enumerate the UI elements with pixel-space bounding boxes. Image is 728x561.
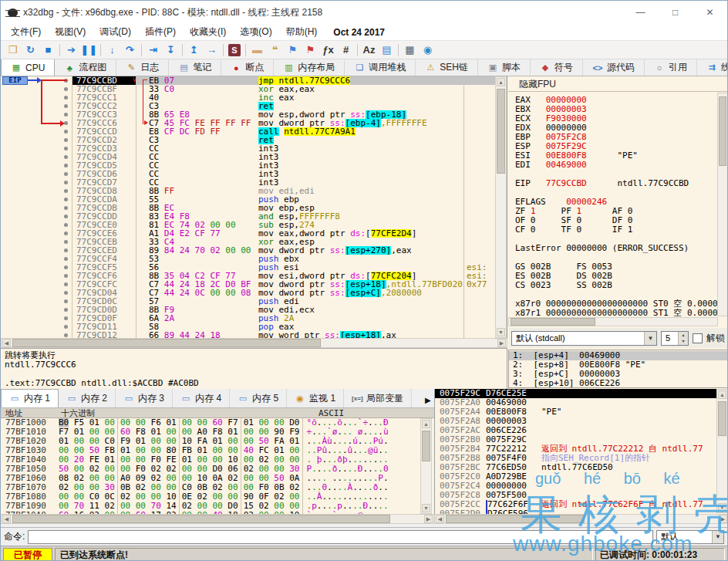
strings-icon[interactable]: Az — [360, 42, 378, 58]
trace-over-icon[interactable]: ↧ — [162, 42, 180, 58]
disasm-row[interactable]: 77C9CCD2C3ret — [1, 136, 495, 144]
scroll-down-arrow[interactable]: ▼ — [497, 328, 505, 336]
scroll-up-arrow[interactable]: ▲ — [497, 78, 505, 86]
breakpoint-dot-icon[interactable] — [64, 240, 68, 244]
breakpoint-dot-icon[interactable] — [64, 299, 68, 303]
disasm-row[interactable]: 77C9CCC6C7 45 FC FE FF FF FFmov dword pt… — [1, 119, 495, 127]
breakpoint-gutter[interactable] — [1, 289, 72, 297]
breakpoint-gutter[interactable] — [1, 110, 72, 119]
breakpoint-dot-icon[interactable] — [64, 333, 68, 337]
hash-icon[interactable]: # — [337, 42, 355, 58]
menu-item[interactable]: 插件(P) — [138, 25, 183, 39]
breakpoint-gutter[interactable] — [1, 229, 72, 238]
register-line[interactable] — [515, 253, 717, 262]
functions-icon[interactable]: ƒx — [319, 42, 337, 58]
step-out-icon[interactable]: ↥ — [185, 42, 203, 58]
comments-icon[interactable]: ❝ — [266, 42, 284, 58]
dump-hscrollbar[interactable]: ◀ ▶ — [1, 514, 434, 524]
disasm-row[interactable]: 77C9CCBF33 C0xor eax,eax — [1, 85, 495, 93]
register-line[interactable]: GS 002B FS 0053 — [515, 262, 717, 272]
breakpoint-dot-icon[interactable] — [64, 164, 68, 167]
run-to-user-code-icon[interactable]: → — [203, 42, 221, 58]
breakpoint-dot-icon[interactable] — [64, 147, 68, 150]
menu-item[interactable]: 视图(V) — [48, 25, 93, 39]
tab-memory-3[interactable]: ▭内存 3 — [116, 389, 173, 407]
breakpoint-dot-icon[interactable] — [64, 181, 68, 184]
handles-icon[interactable]: ▤ — [378, 42, 396, 58]
breakpoint-gutter[interactable] — [1, 323, 72, 331]
bookmarks-icon[interactable]: ⚑ — [302, 42, 319, 58]
tab-cpu[interactable]: ▦CPU — [1, 59, 55, 76]
disasm-row[interactable]: 77C9CD0F6A 2Apush 2A — [1, 314, 495, 323]
register-line[interactable]: EAX 00000000 — [515, 96, 717, 105]
register-line[interactable]: ZF 1 PF 1 AF 0 — [515, 207, 717, 216]
scroll-right-arrow[interactable]: ▶ — [497, 339, 506, 347]
maximize-button[interactable]: □ — [658, 1, 693, 24]
globe-icon[interactable]: ◉ — [419, 42, 436, 58]
breakpoint-dot-icon[interactable] — [64, 189, 68, 193]
scroll-left-arrow[interactable]: ◀ — [2, 515, 11, 523]
registers-pane[interactable]: 隐藏FPU EAX 00000000EBX 00000003ECX F90300… — [507, 76, 728, 389]
tab-graph[interactable]: ♣流程图 — [55, 59, 116, 76]
tab-references[interactable]: ○引用 — [645, 59, 697, 76]
breakpoint-dot-icon[interactable] — [64, 231, 68, 235]
disasm-hscrollbar[interactable]: ◀ ▶ — [1, 338, 507, 348]
disasm-row[interactable]: 77C9CD0C57push edi — [1, 297, 495, 306]
disasm-row[interactable]: 77C9CCCDE8 CF DC FD FFcall ntdll.77C7A9A… — [1, 127, 495, 136]
breakpoint-dot-icon[interactable] — [64, 308, 68, 312]
disasm-row[interactable]: 77C9CCD88B FFmov edi,edi — [1, 187, 495, 195]
tab-call-stack[interactable]: ❏调用堆栈 — [345, 59, 416, 76]
breakpoint-gutter[interactable] — [1, 102, 72, 110]
disasm-row[interactable]: 77C9CCBDEB 07jmp ntdll.77C9CCC6 — [1, 76, 495, 85]
pause-icon[interactable]: ❚❚ — [80, 42, 98, 58]
tab-script[interactable]: ▣脚本 — [478, 59, 531, 76]
breakpoint-dot-icon[interactable] — [64, 155, 68, 159]
breakpoint-gutter[interactable] — [1, 204, 72, 212]
breakpoint-gutter[interactable] — [1, 127, 72, 136]
spinner-arrows-icon[interactable]: ▴▾ — [678, 332, 688, 345]
breakpoint-dot-icon[interactable] — [64, 265, 68, 269]
register-line[interactable]: ESP 0075F29C — [515, 142, 717, 151]
disasm-row[interactable]: 77C9CCD4CCint3 — [1, 153, 495, 161]
register-line[interactable] — [515, 235, 717, 244]
labels-icon[interactable]: ⚑ — [284, 42, 302, 58]
breakpoint-gutter[interactable] — [1, 221, 72, 229]
disasm-row[interactable]: 77C9CD1266 89 44 24 18mov word ptr ss:[e… — [1, 331, 495, 338]
settings-icon[interactable]: S — [228, 44, 241, 56]
arguments-list[interactable]: 1: [esp+4] 004690002: [esp+8] 00E800F8 "… — [508, 350, 728, 388]
tab-memory-map[interactable]: ▥内存布局 — [274, 59, 345, 76]
breakpoint-dot-icon[interactable] — [64, 206, 68, 210]
breakpoint-gutter[interactable] — [1, 238, 72, 246]
register-line[interactable]: EFLAGS 00000246 — [515, 198, 717, 207]
breakpoint-gutter[interactable] — [1, 93, 72, 102]
scroll-thumb[interactable] — [497, 89, 505, 174]
tab-breakpoints[interactable]: ●断点 — [221, 59, 274, 76]
disasm-row[interactable]: 77C9CCE6A1 D4 E2 CF 77mov eax,dword ptr … — [1, 229, 495, 238]
disasm-row[interactable]: 77C9CCD6CCint3 — [1, 170, 495, 178]
close-button[interactable]: ✕ — [693, 1, 727, 24]
breakpoint-dot-icon[interactable] — [64, 248, 68, 252]
tab-memory-4[interactable]: ▭内存 4 — [173, 389, 230, 407]
breakpoint-gutter[interactable] — [1, 255, 72, 263]
register-line[interactable] — [515, 290, 717, 299]
register-line[interactable]: ES 002B DS 002B — [515, 272, 717, 281]
register-line[interactable]: CS 0023 SS 002B — [515, 281, 717, 290]
disasm-vscrollbar[interactable]: ▲ ▼ — [495, 76, 507, 338]
disasm-row[interactable]: 77C9CCD7CCint3 — [1, 178, 495, 187]
calculator-icon[interactable]: ▦ — [401, 42, 419, 58]
disasm-row[interactable]: 77C9CCC38B 65 E8mov esp,dword ptr ss:[eb… — [1, 110, 495, 119]
calling-convention-select[interactable]: 默认 (stdcall) ▼ — [511, 331, 657, 346]
hide-fpu-button[interactable]: 隐藏FPU — [508, 76, 728, 92]
breakpoint-dot-icon[interactable] — [64, 130, 68, 133]
unlock-checkbox[interactable] — [693, 333, 703, 343]
breakpoint-dot-icon[interactable] — [64, 223, 68, 227]
disassembly-pane[interactable]: 77C9CCBDEB 07jmp ntdll.77C9CCC677C9CCBF3… — [1, 76, 507, 338]
tab-locals[interactable]: [x=]局部变量 — [344, 389, 412, 407]
disasm-row[interactable]: 77C9CD1158pop eax — [1, 323, 495, 331]
breakpoint-gutter[interactable] — [1, 178, 72, 187]
breakpoint-gutter[interactable] — [1, 195, 72, 204]
disasm-row[interactable]: 77C9CCED89 84 24 70 02 00 00mov dword pt… — [1, 246, 495, 255]
register-line[interactable]: x87r0 00000000000000000000 ST0 空 0.00000… — [515, 299, 717, 309]
breakpoint-gutter[interactable] — [1, 246, 72, 255]
scroll-thumb[interactable] — [12, 339, 321, 347]
